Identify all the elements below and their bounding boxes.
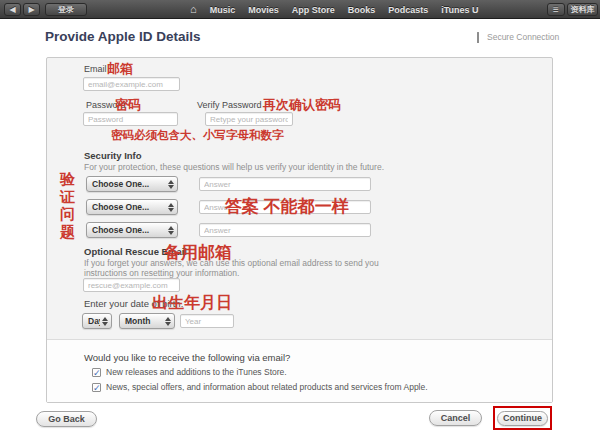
nav-item-itunes-u[interactable]: iTunes U [441, 5, 478, 15]
back-button[interactable]: ◀ [4, 3, 21, 16]
login-button-label: 登录 [58, 4, 74, 15]
pref-news-offers-label: News, special offers, and information ab… [106, 382, 428, 392]
library-button[interactable]: 资料库 [567, 3, 598, 16]
dob-year-input[interactable] [180, 314, 234, 328]
login-button[interactable]: 登录 [45, 3, 87, 16]
password-rule-annotation: 密码必须包含大、小写字母和数字 [111, 128, 284, 143]
lock-icon [477, 33, 484, 42]
security-answer-input-3[interactable] [199, 223, 371, 237]
secure-connection-label: Secure Connection [487, 32, 559, 42]
cancel-button[interactable]: Cancel [429, 410, 482, 426]
select-stepper-icon [163, 317, 174, 326]
security-question-select-2[interactable]: Choose One... [86, 199, 178, 215]
select-stepper-icon [100, 317, 111, 326]
security-question-select-3[interactable]: Choose One... [86, 222, 178, 238]
nav-links: ⌂ Music Movies App Store Books Podcasts … [190, 0, 479, 19]
list-view-button[interactable]: ≡ [547, 3, 565, 16]
nav-item-podcasts[interactable]: Podcasts [388, 5, 428, 15]
nav-item-movies[interactable]: Movies [248, 5, 279, 15]
email-prefs-question: Would you like to receive the following … [84, 352, 290, 363]
answers-annotation: 答案 不能都一样 [225, 195, 349, 218]
dob-month-select[interactable]: Month [119, 313, 175, 329]
password-input[interactable] [83, 112, 178, 126]
select-stepper-icon [166, 180, 177, 189]
verify-password-input[interactable] [205, 112, 293, 126]
security-question-select-1[interactable]: Choose One... [86, 176, 178, 192]
itunes-apple-id-page: { "nav": { "login_label": "登录", "items":… [0, 0, 600, 437]
go-back-label: Go Back [48, 414, 85, 424]
nav-item-music[interactable]: Music [210, 5, 236, 15]
dob-day-value: Day [83, 316, 100, 326]
dob-annotation: 出生年月日 [152, 293, 232, 314]
select-stepper-icon [166, 226, 177, 235]
email-label: Email [84, 64, 107, 74]
nav-item-books[interactable]: Books [348, 5, 376, 15]
pref-new-releases-option[interactable]: ✓ New releases and additions to the iTun… [92, 367, 287, 377]
forward-button[interactable]: ▶ [23, 3, 40, 16]
go-back-button[interactable]: Go Back [36, 411, 97, 427]
checkbox-checked-icon[interactable]: ✓ [92, 383, 101, 392]
page-title: Provide Apple ID Details [45, 29, 201, 44]
home-icon[interactable]: ⌂ [190, 4, 197, 15]
pref-news-offers-option[interactable]: ✓ News, special offers, and information … [92, 382, 428, 392]
pref-new-releases-label: New releases and additions to the iTunes… [106, 367, 287, 377]
security-question-select-2-value: Choose One... [87, 202, 166, 212]
cancel-label: Cancel [441, 413, 471, 423]
security-vertical-annotation: 验证问题 [60, 170, 77, 240]
rescue-email-input[interactable] [83, 278, 180, 292]
dob-day-select[interactable]: Day [82, 313, 112, 329]
top-navbar: ◀ ▶ 登录 ⌂ Music Movies App Store Books Po… [0, 0, 600, 19]
library-button-label: 资料库 [571, 4, 595, 15]
email-annotation: 邮箱 [107, 60, 133, 78]
nav-item-app-store[interactable]: App Store [292, 5, 335, 15]
continue-button[interactable]: Continue [497, 411, 548, 426]
security-answer-input-1[interactable] [199, 177, 371, 191]
dob-month-value: Month [120, 316, 163, 326]
security-info-description: For your protection, these questions wil… [84, 162, 504, 172]
back-icon: ◀ [9, 5, 15, 14]
security-info-heading: Security Info [84, 150, 142, 161]
select-stepper-icon [166, 203, 177, 212]
secure-connection: Secure Connection [477, 32, 559, 42]
rescue-email-description: If you forget your answers, we can use t… [84, 258, 402, 278]
apple-id-form-panel: Email 邮箱 Password 密码 Verify Password 再次确… [46, 57, 553, 403]
security-question-select-1-value: Choose One... [87, 179, 166, 189]
checkbox-checked-icon[interactable]: ✓ [92, 368, 101, 377]
forward-icon: ▶ [28, 5, 34, 14]
email-input[interactable] [83, 77, 180, 91]
continue-highlight-box: Continue [493, 406, 552, 430]
verify-password-label: Verify Password [197, 100, 262, 110]
security-question-select-3-value: Choose One... [87, 225, 166, 235]
list-icon: ≡ [553, 4, 559, 15]
continue-label: Continue [503, 413, 542, 423]
